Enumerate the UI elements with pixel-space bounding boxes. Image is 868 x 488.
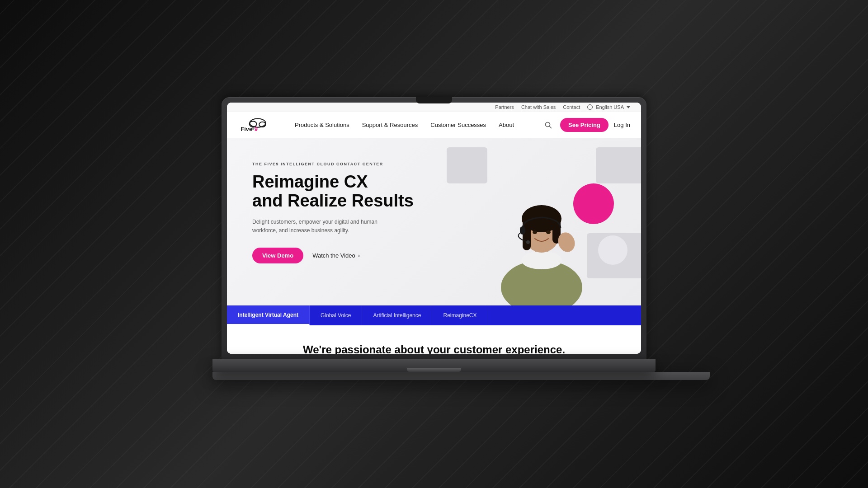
- tab-reimaginecx[interactable]: ReimagineCX: [432, 305, 488, 325]
- hero-eyebrow: THE FIVE9 INTELLIGENT CLOUD CONTACT CENT…: [252, 162, 424, 166]
- hero-section: THE FIVE9 INTELLIGENT CLOUD CONTACT CENT…: [227, 138, 641, 305]
- nav-about[interactable]: About: [492, 112, 520, 138]
- bottom-section: We're passionate about your customer exp…: [227, 325, 641, 354]
- nav-support-resources[interactable]: Support & Resources: [356, 112, 425, 138]
- svg-point-15: [533, 230, 537, 234]
- svg-line-7: [550, 126, 552, 128]
- language-selector[interactable]: English USA: [587, 104, 630, 110]
- hero-title: Reimagine CX and Realize Results: [252, 173, 424, 211]
- hero-buttons: View Demo Watch the Video ›: [252, 248, 424, 263]
- shape-rect-topright: [596, 147, 641, 183]
- login-button[interactable]: Log In: [614, 122, 630, 128]
- nav-products-solutions[interactable]: Products & Solutions: [288, 112, 356, 138]
- logo[interactable]: Five 9: [238, 117, 274, 133]
- language-label: English USA: [596, 104, 624, 110]
- five9-logo-svg: Five 9: [238, 117, 274, 133]
- watch-video-button[interactable]: Watch the Video ›: [312, 252, 360, 259]
- globe-icon: [587, 104, 593, 110]
- main-navigation: Five 9 Products & Solutions Support & Re…: [227, 112, 641, 138]
- laptop-lid: Partners Chat with Sales Contact English…: [222, 97, 646, 359]
- search-icon: [545, 122, 552, 129]
- watch-video-label: Watch the Video: [312, 252, 355, 259]
- contact-link[interactable]: Contact: [563, 104, 580, 110]
- hero-person-image: [483, 152, 600, 305]
- laptop-foot: [212, 372, 710, 380]
- hero-title-line2: and Realize Results: [252, 191, 414, 210]
- laptop-base: [212, 359, 656, 372]
- nav-actions: See Pricing Log In: [542, 118, 630, 132]
- partners-link[interactable]: Partners: [495, 104, 514, 110]
- nav-customer-successes[interactable]: Customer Successes: [424, 112, 492, 138]
- laptop-screen: Partners Chat with Sales Contact English…: [227, 103, 641, 354]
- hero-title-line1: Reimagine CX: [252, 172, 368, 191]
- hero-image-area: [442, 138, 641, 305]
- tab-global-voice[interactable]: Global Voice: [310, 305, 362, 325]
- utility-bar: Partners Chat with Sales Contact English…: [227, 103, 641, 112]
- laptop-notch: [416, 97, 452, 103]
- tab-artificial-intelligence[interactable]: Artificial Intelligence: [362, 305, 432, 325]
- svg-text:9: 9: [255, 125, 258, 132]
- hero-description: Delight customers, empower your digital …: [252, 218, 397, 235]
- person-svg: [483, 152, 600, 305]
- view-demo-button[interactable]: View Demo: [252, 248, 303, 263]
- tab-intelligent-virtual-agent[interactable]: Intelligent Virtual Agent: [227, 305, 310, 325]
- website: Partners Chat with Sales Contact English…: [227, 103, 641, 354]
- chat-sales-link[interactable]: Chat with Sales: [521, 104, 556, 110]
- svg-rect-17: [520, 226, 525, 235]
- search-button[interactable]: [542, 119, 555, 131]
- svg-point-18: [526, 240, 530, 244]
- nav-links: Products & Solutions Support & Resources…: [288, 112, 542, 138]
- svg-text:Five: Five: [241, 125, 252, 132]
- shape-circle-white: [598, 235, 627, 265]
- tabs-bar: Intelligent Virtual Agent Global Voice A…: [227, 305, 641, 325]
- bottom-title: We're passionate about your customer exp…: [238, 343, 630, 354]
- shape-rect-topleft: [447, 147, 487, 183]
- see-pricing-button[interactable]: See Pricing: [560, 118, 609, 132]
- arrow-right-icon: ›: [358, 252, 360, 259]
- laptop-device: Partners Chat with Sales Contact English…: [212, 97, 656, 391]
- svg-point-10: [521, 251, 562, 269]
- svg-point-16: [546, 230, 551, 234]
- chevron-down-icon: [627, 106, 630, 108]
- hero-content: THE FIVE9 INTELLIGENT CLOUD CONTACT CENT…: [227, 138, 442, 305]
